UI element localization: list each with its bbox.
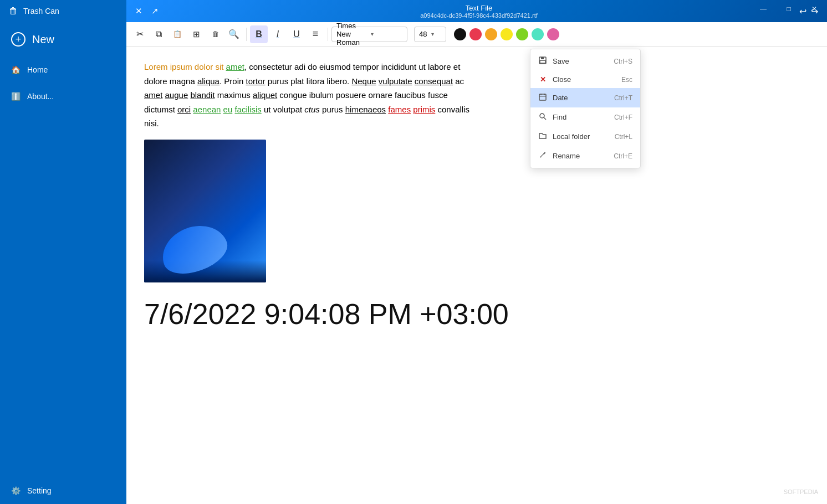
paste-button[interactable]: 📋 — [169, 25, 186, 43]
dropdown-menu: Save Ctrl+S ✕ Close Esc Date Ctrl+T — [530, 49, 641, 168]
text-himenaeos: himenaeos — [345, 105, 386, 114]
text-aliqua: aliqua — [197, 76, 219, 86]
text-augue2: augue — [165, 90, 188, 100]
search-button[interactable]: 🔍 — [225, 25, 243, 43]
text-tortor: tortor — [246, 76, 265, 86]
text-litora: litora libero. — [304, 76, 352, 86]
menu-item-date[interactable]: Date Ctrl+T — [530, 88, 640, 107]
text-maximus: maximus — [215, 90, 253, 100]
italic-icon: I — [277, 29, 279, 39]
gear-icon: ⚙️ — [11, 486, 21, 495]
menu-item-rename[interactable]: Rename Ctrl+E — [530, 146, 640, 166]
titlebar-title: Text File a094c4dc-dc39-4f5f-98c4-433df9… — [159, 4, 799, 19]
menu-close-shortcut: Esc — [621, 76, 632, 84]
text-dictumst: dictumst — [144, 105, 177, 114]
app-title-text: Trash Can — [23, 7, 59, 16]
text-purus2: purus — [320, 105, 345, 114]
menu-item-find[interactable]: Find Ctrl+F — [530, 107, 640, 127]
text-dolore: dolore magna — [144, 76, 197, 86]
window-controls: — □ ✕ — [751, 0, 827, 18]
app-title: 🗑 Trash Can — [0, 0, 126, 22]
editor[interactable]: Lorem ipsum dolor sit amet, consectetur … — [126, 47, 827, 504]
text-lorem: Lorem ipsum dolor sit — [144, 62, 226, 71]
menu-date-label: Date — [553, 94, 609, 102]
color-black[interactable] — [454, 28, 466, 40]
text-neque: Neque — [351, 76, 376, 86]
text-comma: , consectetur adi — [244, 62, 305, 71]
menu-date-shortcut: Ctrl+T — [614, 94, 632, 102]
menu-rename-shortcut: Ctrl+E — [614, 152, 632, 160]
menu-find-label: Find — [553, 113, 609, 121]
search-icon: 🔍 — [228, 29, 239, 39]
delete-button[interactable]: 🗑 — [206, 25, 224, 43]
sidebar-item-about[interactable]: ℹ️ About... — [0, 83, 126, 110]
text-ibulum: ibulum posuere ornare faucibus fusce — [307, 90, 448, 100]
expand-icon[interactable]: ↗ — [151, 6, 159, 16]
align-icon: ≡ — [313, 28, 319, 40]
text-vulputate2: vulputate — [379, 76, 412, 86]
text-blandit2: blandit — [190, 90, 215, 100]
color-orange[interactable] — [485, 28, 497, 40]
date-icon — [538, 92, 547, 103]
svg-rect-1 — [541, 57, 544, 59]
file-id: a094c4dc-dc39-4f5f-98c4-433df92d7421.rtf — [159, 12, 799, 19]
close-menu-icon: ✕ — [538, 75, 547, 84]
color-pink[interactable] — [547, 28, 559, 40]
font-size-chevron: ▾ — [431, 31, 441, 37]
text-aliquet: aliquet — [253, 90, 277, 100]
titlebar-left: ✕ ↗ — [135, 6, 159, 16]
menu-item-close[interactable]: ✕ Close Esc — [530, 71, 640, 88]
new-button[interactable]: + New — [0, 22, 126, 56]
text-convallis: convallis — [435, 105, 469, 114]
color-cyan[interactable] — [532, 28, 544, 40]
setting-button[interactable]: ⚙️ Setting — [0, 477, 126, 504]
font-family-select[interactable]: Times New Roman ▾ — [331, 27, 407, 42]
text-primis2: primis — [413, 105, 435, 114]
underline-button[interactable]: U — [288, 25, 305, 43]
menu-save-shortcut: Ctrl+S — [614, 58, 632, 65]
sidebar-nav: 🏠 Home ℹ️ About... — [0, 56, 126, 477]
cut-icon: ✂ — [136, 29, 144, 39]
menu-close-label: Close — [553, 75, 616, 84]
text-fames2: fames — [388, 105, 411, 114]
italic-button[interactable]: I — [269, 25, 287, 43]
rename-icon — [538, 151, 547, 161]
menu-item-local-folder[interactable]: Local folder Ctrl+L — [530, 127, 640, 146]
text-orci: orci — [177, 105, 191, 114]
titlebar: ✕ ↗ Text File a094c4dc-dc39-4f5f-98c4-43… — [126, 0, 827, 22]
text-congue: congue — [277, 90, 307, 100]
svg-rect-3 — [539, 94, 546, 100]
paste-icon: 📋 — [173, 30, 182, 38]
color-red[interactable] — [469, 28, 482, 40]
minimize-button[interactable]: — — [751, 0, 776, 18]
cut-button[interactable]: ✂ — [131, 25, 149, 43]
maximize-button[interactable]: □ — [776, 0, 802, 18]
text-facilisis: facilisis — [234, 105, 261, 114]
special-button[interactable]: ⊞ — [187, 25, 205, 43]
close-doc-icon[interactable]: ✕ — [135, 6, 142, 16]
copy-icon: ⧉ — [156, 29, 162, 39]
font-family-value: Times New Roman — [336, 22, 369, 47]
folder-icon — [538, 131, 547, 142]
home-label: Home — [27, 65, 48, 74]
sidebar: 🗑 Trash Can + New 🏠 Home ℹ️ About... ⚙️ … — [0, 0, 126, 504]
color-yellow[interactable] — [501, 28, 513, 40]
copy-button[interactable]: ⧉ — [150, 25, 167, 43]
text-purus: purus plat — [266, 76, 304, 86]
sidebar-item-home[interactable]: 🏠 Home — [0, 56, 126, 83]
align-button[interactable]: ≡ — [307, 25, 324, 43]
separator-1 — [246, 28, 247, 41]
text-volutpat: ut volutpat — [262, 105, 302, 114]
font-size-select[interactable]: 48 ▾ — [414, 27, 446, 42]
text-eu: eu — [223, 105, 233, 114]
color-green[interactable] — [516, 28, 528, 40]
text-ac: ac — [453, 76, 464, 86]
text-nisi: nisi. — [144, 119, 159, 128]
bold-button[interactable]: B — [250, 25, 268, 43]
special-icon: ⊞ — [193, 29, 200, 39]
text-consequat2: consequat — [415, 76, 453, 86]
menu-item-save[interactable]: Save Ctrl+S — [530, 52, 640, 71]
info-icon: ℹ️ — [11, 92, 21, 101]
window-close-button[interactable]: ✕ — [802, 0, 827, 18]
font-size-value: 48 — [419, 30, 429, 38]
